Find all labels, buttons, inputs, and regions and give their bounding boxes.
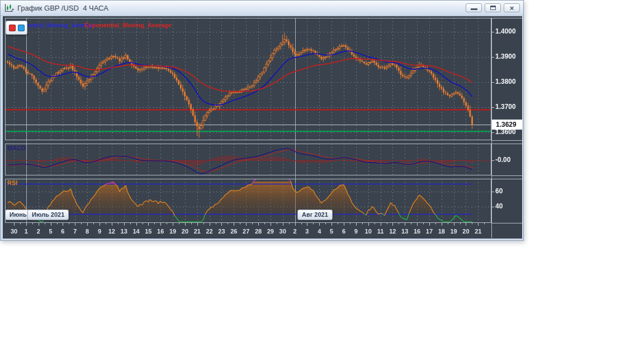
minimize-icon — [471, 8, 477, 10]
time-axis-day-label: 5 — [325, 228, 338, 235]
rsi-axis-label: 40 — [495, 202, 503, 210]
time-axis-day-label: 27 — [239, 228, 253, 235]
time-axis-day-label: 4 — [312, 228, 326, 235]
time-axis-day-label: 6 — [56, 228, 69, 235]
close-button[interactable]: × — [504, 3, 520, 12]
time-axis-day-label: 22 — [203, 228, 216, 235]
candlestick-chart-icon — [4, 3, 14, 13]
time-axis-day-label: 3 — [300, 228, 314, 235]
time-axis-day-label: 13 — [398, 228, 411, 235]
time-axis-day-label: 16 — [410, 228, 424, 235]
time-axis-day-label: 14 — [130, 228, 143, 235]
time-axis-day-label: 8 — [80, 228, 94, 235]
time-axis[interactable]: 3012567891213141516192021222326272829302… — [3, 223, 522, 239]
time-axis-day-label: 16 — [154, 228, 167, 235]
minimize-button[interactable] — [466, 3, 482, 12]
month-tag-july: Июль 2021 — [27, 209, 69, 220]
time-axis-day-label: 28 — [252, 228, 265, 235]
time-axis-day-label: 2 — [288, 228, 302, 235]
title-bar[interactable]: График GBP /USD 4 ЧАСА × — [1, 1, 523, 16]
rsi-axis-label: 60 — [495, 187, 503, 195]
time-axis-day-label: 30 — [276, 228, 290, 235]
time-axis-day-label: 9 — [93, 228, 106, 235]
time-axis-day-label: 17 — [423, 228, 436, 235]
time-axis-day-label: 26 — [227, 228, 240, 235]
restore-icon — [490, 6, 496, 10]
time-axis-day-label: 2 — [32, 228, 45, 235]
window-controls: × — [466, 3, 520, 12]
time-axis-day-label: 6 — [337, 228, 351, 235]
time-axis-day-label: 30 — [7, 228, 21, 235]
time-axis-day-label: 1 — [20, 228, 33, 235]
price-axis[interactable]: 1.3629 1.40001.39001.38001.37001.3600-0.… — [491, 16, 522, 223]
chart-client-area: Exponential_Moving_Average Exponential_M… — [3, 16, 522, 239]
chart-canvas[interactable] — [3, 16, 522, 239]
current-price-tag: 1.3629 — [492, 120, 522, 130]
time-axis-day-label: 21 — [471, 228, 485, 235]
rsi-indicator-label: RSI — [7, 179, 17, 186]
price-axis-label: 1.4000 — [495, 27, 516, 35]
price-axis-label: 1.3800 — [495, 78, 516, 85]
desktop: График GBP /USD 4 ЧАСА × Exponential_Mov… — [0, 0, 644, 362]
time-axis-day-label: 20 — [459, 228, 472, 235]
blue-square-button[interactable] — [18, 25, 25, 31]
close-icon: × — [510, 4, 514, 12]
macd-axis-label: -0.00 — [495, 156, 510, 164]
time-axis-day-label: 10 — [362, 228, 375, 235]
time-axis-day-label: 5 — [44, 228, 58, 235]
chart-window: График GBP /USD 4 ЧАСА × Exponential_Mov… — [0, 0, 524, 241]
time-axis-day-label: 13 — [117, 228, 131, 235]
restore-button[interactable] — [485, 3, 501, 12]
red-square-button[interactable] — [9, 25, 16, 31]
legend-ema-red: Exponential_Moving_Average — [84, 22, 172, 28]
time-axis-day-label: 7 — [68, 228, 82, 235]
time-axis-day-label: 11 — [374, 228, 387, 235]
object-buttons-panel — [6, 21, 27, 35]
time-axis-day-label: 19 — [166, 228, 179, 235]
price-axis-label: 1.3700 — [495, 103, 516, 111]
price-axis-label: 1.3900 — [495, 53, 516, 60]
time-axis-day-label: 9 — [349, 228, 363, 235]
time-axis-day-label: 23 — [215, 228, 228, 235]
time-axis-day-label: 12 — [105, 228, 119, 235]
macd-indicator-label: MACD — [7, 145, 26, 151]
time-axis-day-label: 18 — [435, 228, 448, 235]
month-tag-august: Авг 2021 — [297, 209, 333, 220]
time-axis-day-label: 29 — [264, 228, 277, 235]
time-axis-day-label: 20 — [178, 228, 192, 235]
time-axis-day-label: 21 — [191, 228, 204, 235]
time-axis-day-label: 12 — [386, 228, 399, 235]
time-axis-day-label: 15 — [141, 228, 155, 235]
window-title: График GBP /USD 4 ЧАСА — [17, 4, 108, 12]
time-axis-day-label: 19 — [447, 228, 461, 235]
